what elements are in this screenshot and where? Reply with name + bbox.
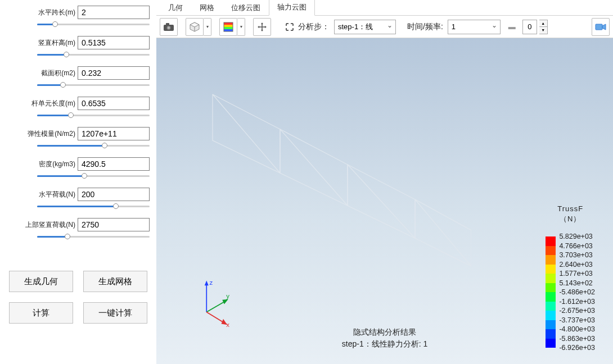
legend-segment: [546, 265, 556, 274]
legend-segment: [546, 274, 556, 283]
legend-segment: [546, 283, 556, 293]
param-slider[interactable]: [37, 142, 150, 149]
svg-rect-1: [166, 23, 169, 25]
tab-轴力云图[interactable]: 轴力云图: [269, 0, 315, 16]
legend-segment: [546, 236, 556, 246]
svg-rect-7: [224, 29, 233, 31]
param-slider[interactable]: [37, 202, 150, 210]
param-label: 竖直杆高(m): [38, 38, 75, 48]
svg-line-13: [280, 129, 348, 206]
legend-segment: [546, 320, 556, 330]
colormap-dropdown[interactable]: ▾: [237, 18, 245, 36]
truss-wireframe: [179, 89, 471, 274]
param-row: 水平荷载(N): [7, 188, 150, 210]
sep-icon: ▬: [508, 22, 516, 31]
param-row: 弹性模量(N/m2): [7, 127, 150, 149]
legend-segment: [546, 255, 556, 265]
tab-网格[interactable]: 网格: [191, 0, 223, 16]
param-input[interactable]: [78, 218, 150, 231]
svg-line-15: [415, 199, 471, 266]
svg-marker-17: [205, 281, 209, 286]
param-slider[interactable]: [37, 233, 150, 240]
param-label: 密度(kg/m3): [39, 160, 75, 169]
time-label: 时间/频率:: [407, 22, 443, 32]
param-label: 水平跨长(m): [38, 8, 75, 17]
param-row: 杆单元长度(m): [7, 97, 150, 119]
cube-icon: [189, 21, 200, 33]
tab-几何[interactable]: 几何: [160, 0, 191, 16]
frame-spinner[interactable]: ▲ ▼: [539, 20, 548, 34]
param-input[interactable]: [78, 36, 150, 49]
legend-segment: [546, 339, 556, 348]
svg-line-19: [206, 301, 225, 312]
param-slider[interactable]: [37, 20, 150, 28]
param-row: 竖直杆高(m): [7, 36, 150, 58]
legend-value: -1.612e+03: [559, 297, 595, 307]
legend-segment: [546, 329, 556, 339]
legend-segment: [546, 311, 556, 320]
video-button[interactable]: [592, 18, 610, 36]
svg-text:x: x: [226, 321, 229, 328]
frame-input[interactable]: [522, 20, 537, 34]
svg-point-3: [168, 26, 170, 29]
colormap-icon: [223, 21, 234, 33]
colormap-button[interactable]: [219, 18, 237, 36]
caption-line2: step-1：线性静力分析: 1: [342, 338, 427, 350]
svg-line-22: [206, 312, 224, 323]
move-icon: [257, 22, 267, 32]
legend-value: 4.766e+03: [559, 242, 595, 251]
param-slider[interactable]: [37, 51, 150, 58]
param-row: 水平跨长(m): [7, 6, 150, 28]
step-label: 分析步：: [298, 22, 330, 32]
param-input[interactable]: [78, 6, 150, 19]
right-panel: 几何网格位移云图轴力云图 ▾ ▾: [156, 0, 613, 364]
cube-dropdown[interactable]: ▾: [204, 18, 211, 36]
legend-value: -3.737e+03: [559, 316, 595, 325]
svg-rect-4: [224, 22, 233, 25]
param-row: 密度(kg/m3): [7, 157, 150, 180]
step-select[interactable]: step-1：线: [334, 20, 396, 34]
svg-rect-5: [224, 25, 233, 27]
param-input[interactable]: [78, 66, 150, 80]
caption-line1: 隐式结构分析结果: [342, 326, 427, 338]
color-legend: TrussF（N） 5.829e+034.766e+033.703e+032.6…: [546, 204, 595, 353]
legend-value: -5.863e+03: [559, 334, 595, 344]
legend-segment: [546, 302, 556, 311]
spin-down[interactable]: ▼: [539, 27, 547, 34]
param-slider[interactable]: [37, 81, 150, 89]
svg-marker-20: [222, 299, 228, 304]
legend-value: 5.143e+02: [559, 279, 595, 288]
onekey-button[interactable]: 一键计算: [83, 302, 147, 324]
param-input[interactable]: [78, 157, 150, 171]
legend-value: -2.675e+03: [559, 306, 595, 316]
param-input[interactable]: [78, 97, 150, 110]
gen-mesh-button[interactable]: 生成网格: [83, 271, 147, 292]
param-label: 水平荷载(N): [39, 190, 75, 199]
param-input[interactable]: [78, 127, 150, 140]
camera-button[interactable]: [160, 18, 178, 36]
expand-left-icon[interactable]: [286, 23, 294, 31]
gen-geom-button[interactable]: 生成几何: [9, 271, 73, 292]
time-select[interactable]: 1: [448, 20, 501, 34]
viewport[interactable]: z y x 隐式结构分析结果 step-1：线性静力分析: 1 TrussF（N…: [156, 38, 613, 364]
spin-up[interactable]: ▲: [539, 20, 547, 27]
param-input[interactable]: [78, 188, 150, 201]
move-button[interactable]: [253, 18, 271, 36]
legend-value: 1.577e+03: [559, 269, 595, 279]
camera-icon: [163, 22, 174, 31]
tab-位移云图[interactable]: 位移云图: [223, 0, 269, 16]
param-slider[interactable]: [37, 111, 150, 119]
param-label: 上部竖直荷载(N): [25, 220, 75, 230]
toolbar: ▾ ▾ 分析步：: [156, 16, 613, 38]
legend-value: 3.703e+03: [559, 251, 595, 260]
param-slider[interactable]: [37, 172, 150, 180]
legend-value: 5.829e+03: [559, 232, 595, 242]
viewport-caption: 隐式结构分析结果 step-1：线性静力分析: 1: [342, 326, 427, 350]
param-row: 截面积(m2): [7, 66, 150, 89]
video-icon: [595, 23, 606, 31]
svg-rect-11: [596, 24, 602, 30]
param-label: 杆单元长度(m): [31, 99, 75, 108]
cube-button[interactable]: [186, 18, 204, 36]
legend-value: 2.640e+03: [559, 260, 595, 270]
compute-button[interactable]: 计算: [9, 302, 73, 324]
